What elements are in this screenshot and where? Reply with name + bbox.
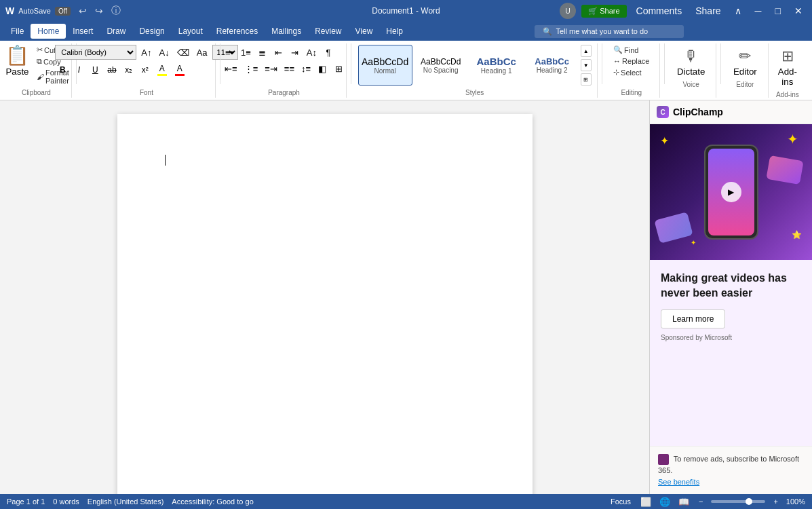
undo-button[interactable]: ↩ [75, 3, 91, 18]
star-4: ✦ [691, 239, 696, 246]
sort-button[interactable]: A↕ [304, 45, 320, 60]
menu-review[interactable]: Review [308, 24, 348, 39]
main-area: C ClipChamp ✦ ✦ ⭐ ✦ ▶ Making great video… [0, 100, 812, 494]
bullets-button[interactable]: ≡• [222, 45, 237, 60]
para-group-top: ≡• 1≡ ≣ ⇤ ⇥ A↕ ¶ ⇤≡ ⋮≡ ≡⇥ ≡≡ ↕≡ ◧ ⊞ [222, 45, 346, 88]
font-case-button[interactable]: Aa [194, 45, 210, 60]
maximize-button[interactable]: □ [771, 4, 785, 18]
focus-button[interactable]: Focus [608, 497, 634, 506]
word-logo: W [5, 5, 14, 16]
web-layout-view-button[interactable]: 🌐 [658, 497, 672, 507]
style-no-spacing-preview: AaBbCcDd [421, 57, 461, 67]
zoom-out-button[interactable]: − [696, 497, 705, 506]
zoom-slider[interactable] [711, 500, 765, 503]
increase-indent-button[interactable]: ⇥ [288, 45, 303, 60]
style-heading1[interactable]: AaBbCc Heading 1 [469, 45, 524, 86]
superscript-button[interactable]: x² [138, 62, 153, 77]
read-mode-button[interactable]: 📖 [677, 497, 691, 507]
menu-layout[interactable]: Layout [172, 24, 210, 39]
paste-button[interactable]: 📋 Paste [1, 45, 33, 78]
styles-scroll-up[interactable]: ▲ [581, 45, 592, 57]
phone-screen: ▶ [708, 149, 754, 235]
addins-button[interactable]: ⊞ Add-ins [773, 45, 803, 90]
justify-button[interactable]: ≡≡ [282, 61, 297, 76]
editor-group-label: Editor [728, 81, 762, 88]
clipchamp-icon-inner: C [660, 109, 665, 116]
shading-button[interactable]: ◧ [315, 61, 330, 76]
menu-view[interactable]: View [349, 24, 380, 39]
document-page[interactable] [117, 114, 533, 494]
highlight-color-button[interactable]: A [154, 62, 170, 77]
divider-4 [602, 43, 602, 84]
multilevel-list-button[interactable]: ≣ [255, 45, 270, 60]
styles-scroll-down[interactable]: ▼ [581, 59, 592, 71]
autosave-info-button[interactable]: ⓘ [107, 3, 125, 18]
dictate-button[interactable]: 🎙 Dictate [672, 45, 710, 79]
borders-button[interactable]: ⊞ [331, 61, 346, 76]
doc-area[interactable] [0, 100, 649, 494]
zoom-level: 100% [786, 497, 805, 506]
phone-mockup: ▶ [704, 145, 758, 240]
align-left-button[interactable]: ⇤≡ [222, 61, 240, 76]
minimize-button[interactable]: ─ [751, 4, 766, 18]
menu-help[interactable]: Help [379, 24, 410, 39]
print-layout-view-button[interactable]: ⬜ [639, 497, 653, 507]
font-size-increase-button[interactable]: A↑ [138, 45, 154, 60]
subscript-button[interactable]: x₂ [121, 62, 136, 77]
addins-group-label: Add-ins [773, 91, 803, 98]
find-button[interactable]: 🔍 Find [611, 45, 640, 55]
line-spacing-button[interactable]: ↕≡ [298, 61, 313, 76]
menu-home[interactable]: Home [31, 24, 66, 39]
card-1 [654, 212, 693, 244]
para-row-2: ⇤≡ ⋮≡ ≡⇥ ≡≡ ↕≡ ◧ ⊞ [222, 61, 346, 76]
italic-button[interactable]: I [71, 62, 86, 77]
autosave-status[interactable]: Off [55, 7, 71, 16]
font-family-select[interactable]: Calibri (Body) [55, 45, 136, 60]
align-right-button[interactable]: ≡⇥ [262, 61, 280, 76]
clear-formatting-button[interactable]: ⌫ [174, 45, 192, 60]
side-panel: C ClipChamp ✦ ✦ ⭐ ✦ ▶ Making great video… [649, 100, 812, 494]
strikethrough-button[interactable]: ab [104, 62, 119, 77]
ribbon-toggle-button[interactable]: ∧ [731, 4, 746, 18]
editing-group-top: 🔍 Find ↔ Replace ⊹ Select [611, 45, 651, 88]
menu-file[interactable]: File [4, 24, 31, 39]
avatar[interactable]: U [560, 3, 576, 19]
font-size-decrease-button[interactable]: A↓ [156, 45, 172, 60]
style-heading1-preview: AaBbCc [476, 56, 516, 67]
menu-references[interactable]: References [210, 24, 265, 39]
title-bar-left: W AutoSave Off ↩ ↪ ⓘ [5, 3, 128, 18]
replace-button[interactable]: ↔ Replace [611, 56, 651, 66]
font-group-top: Calibri (Body) A↑ A↓ ⌫ Aa 11 B I U ab x₂ [55, 45, 237, 88]
card-2 [766, 155, 803, 185]
close-button[interactable]: ✕ [790, 4, 807, 18]
menu-insert[interactable]: Insert [66, 24, 100, 39]
menu-design[interactable]: Design [132, 24, 171, 39]
search-bar[interactable]: 🔍 Tell me what you want to do [535, 25, 684, 38]
underline-button[interactable]: U [88, 62, 102, 77]
editor-button[interactable]: ✏ Editor [728, 45, 762, 79]
show-formatting-button[interactable]: ¶ [321, 45, 336, 60]
page-info: Page 1 of 1 [7, 497, 45, 506]
style-heading2[interactable]: AaBbCc Heading 2 [525, 45, 579, 86]
align-center-button[interactable]: ⋮≡ [241, 61, 261, 76]
menu-mailings[interactable]: Mailings [265, 24, 308, 39]
bold-button[interactable]: B [55, 62, 70, 77]
font-color-button[interactable]: A [172, 62, 188, 77]
menu-draw[interactable]: Draw [100, 24, 132, 39]
select-button[interactable]: ⊹ Select [611, 67, 644, 77]
share-button[interactable]: Share [691, 4, 724, 18]
styles-expand[interactable]: ⊞ [581, 73, 592, 86]
decrease-indent-button[interactable]: ⇤ [271, 45, 286, 60]
paste-label: Paste [5, 67, 28, 77]
paragraph-group: ≡• 1≡ ≣ ⇤ ⇥ A↕ ¶ ⇤≡ ⋮≡ ≡⇥ ≡≡ ↕≡ ◧ ⊞ [225, 43, 347, 98]
comments-button[interactable]: Comments [632, 4, 687, 18]
see-benefits-link[interactable]: See benefits [658, 478, 699, 486]
numbering-button[interactable]: 1≡ [238, 45, 254, 60]
zoom-in-button[interactable]: + [771, 497, 780, 506]
buy-microsoft365-button[interactable]: 🛒 Share [581, 5, 626, 18]
editing-group-label: Editing [608, 89, 654, 96]
style-no-spacing[interactable]: AaBbCcDd No Spacing [414, 45, 468, 86]
learn-more-button[interactable]: Learn more [661, 309, 725, 328]
redo-button[interactable]: ↪ [91, 3, 107, 18]
style-normal[interactable]: AaBbCcDd Normal [358, 45, 412, 86]
